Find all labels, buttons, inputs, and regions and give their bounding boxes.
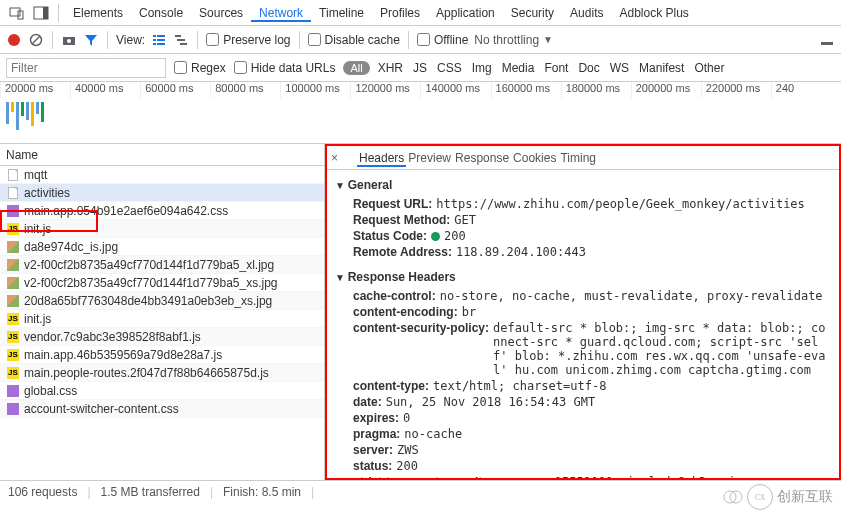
network-toolbar: View: Preserve log Disable cache Offline… (0, 26, 841, 54)
details-tab-cookies[interactable]: Cookies (511, 151, 558, 165)
filter-input[interactable] (6, 58, 166, 78)
top-tab-sources[interactable]: Sources (191, 6, 251, 20)
request-row[interactable]: JSmain.app.46b5359569a79d8e28a7.js (0, 346, 324, 364)
header-value: GET (454, 213, 476, 227)
filter-all[interactable]: All (343, 61, 369, 75)
top-tab-profiles[interactable]: Profiles (372, 6, 428, 20)
request-row[interactable]: da8e974dc_is.jpg (0, 238, 324, 256)
file-img-icon (6, 240, 20, 254)
requests-column: Name mqttactivitiesmain.app.054b91e2aef6… (0, 144, 325, 480)
request-row[interactable]: JSinit.js (0, 310, 324, 328)
filter-type-media[interactable]: Media (502, 61, 535, 75)
file-js-icon: JS (6, 222, 20, 236)
dock-side-icon[interactable] (30, 2, 52, 24)
request-name: global.css (24, 384, 77, 398)
filter-icon[interactable] (83, 32, 99, 48)
request-row[interactable]: JSvendor.7c9abc3e398528f8abf1.js (0, 328, 324, 346)
name-column-header[interactable]: Name (0, 144, 324, 166)
details-tab-preview[interactable]: Preview (406, 151, 453, 165)
request-row[interactable]: account-switcher-content.css (0, 400, 324, 418)
file-doc-icon (6, 186, 20, 200)
filter-type-font[interactable]: Font (544, 61, 568, 75)
filter-type-doc[interactable]: Doc (578, 61, 599, 75)
timeline-tick: 140000 ms (420, 82, 490, 98)
top-tab-audits[interactable]: Audits (562, 6, 611, 20)
status-finish: Finish: 8.5 min (223, 485, 301, 499)
top-tab-elements[interactable]: Elements (65, 6, 131, 20)
header-key: Request Method: (353, 213, 450, 227)
filter-type-ws[interactable]: WS (610, 61, 629, 75)
chevron-down-icon: ▼ (543, 34, 553, 45)
preserve-log-checkbox[interactable]: Preserve log (206, 33, 290, 47)
disable-cache-checkbox[interactable]: Disable cache (308, 33, 400, 47)
svg-rect-9 (157, 35, 165, 37)
view-list-icon[interactable] (151, 32, 167, 48)
svg-rect-3 (43, 7, 48, 19)
separator (58, 4, 59, 22)
request-row[interactable]: 20d8a65bf7763048de4bb3491a0eb3eb_xs.jpg (0, 292, 324, 310)
status-requests: 106 requests (8, 485, 77, 499)
request-row[interactable]: JSinit.js (0, 220, 324, 238)
top-tab-security[interactable]: Security (503, 6, 562, 20)
regex-checkbox[interactable]: Regex (174, 61, 226, 75)
request-name: 20d8a65bf7763048de4bb3491a0eb3eb_xs.jpg (24, 294, 272, 308)
header-row: date:Sun, 25 Nov 2018 16:54:43 GMT (335, 394, 831, 410)
filter-type-js[interactable]: JS (413, 61, 427, 75)
top-tab-console[interactable]: Console (131, 6, 191, 20)
header-key: cache-control: (353, 289, 436, 303)
request-name: mqtt (24, 168, 47, 182)
header-key: Remote Address: (353, 245, 452, 259)
header-value: 0 (403, 411, 410, 425)
details-tab-timing[interactable]: Timing (558, 151, 598, 165)
header-row: Request URL:https://www.zhihu.com/people… (335, 196, 831, 212)
request-row[interactable]: v2-f00cf2b8735a49cf770d144f1d779ba5_xs.j… (0, 274, 324, 292)
offline-checkbox[interactable]: Offline (417, 33, 468, 47)
record-button[interactable] (6, 32, 22, 48)
timeline-overview[interactable]: 20000 ms40000 ms60000 ms80000 ms100000 m… (0, 82, 841, 144)
hide-data-urls-checkbox[interactable]: Hide data URLs (234, 61, 336, 75)
timeline-tick: 60000 ms (140, 82, 210, 98)
filter-type-xhr[interactable]: XHR (378, 61, 403, 75)
top-tab-timeline[interactable]: Timeline (311, 6, 372, 20)
request-row[interactable]: global.css (0, 382, 324, 400)
details-tab-headers[interactable]: Headers (357, 151, 406, 167)
request-row[interactable]: main.app.054b91e2aef6e094a642.css (0, 202, 324, 220)
clear-button[interactable] (28, 32, 44, 48)
section-response-headers[interactable]: Response Headers (335, 266, 831, 288)
request-row[interactable]: activities (0, 184, 324, 202)
request-name: v2-f00cf2b8735a49cf770d144f1d779ba5_xs.j… (24, 276, 278, 290)
throttling-dropdown[interactable]: No throttling ▼ (474, 33, 553, 47)
request-row[interactable]: JSmain.people-routes.2f047d7f88b64665875… (0, 364, 324, 382)
filter-type-other[interactable]: Other (694, 61, 724, 75)
top-tab-application[interactable]: Application (428, 6, 503, 20)
screenshot-icon[interactable] (61, 32, 77, 48)
request-name: v2-f00cf2b8735a49cf770d144f1d779ba5_xl.j… (24, 258, 274, 272)
timeline-tick: 220000 ms (701, 82, 771, 98)
top-tab-network[interactable]: Network (251, 6, 311, 22)
header-key: strict-transport-security: (353, 475, 493, 478)
filter-type-img[interactable]: Img (472, 61, 492, 75)
filter-type-manifest[interactable]: Manifest (639, 61, 684, 75)
header-row: content-type:text/html; charset=utf-8 (335, 378, 831, 394)
request-row[interactable]: v2-f00cf2b8735a49cf770d144f1d779ba5_xl.j… (0, 256, 324, 274)
file-doc-icon (6, 168, 20, 182)
header-value: no-cache (404, 427, 462, 441)
header-row: content-encoding:br (335, 304, 831, 320)
details-tab-response[interactable]: Response (453, 151, 511, 165)
file-css-icon (6, 204, 20, 218)
header-key: expires: (353, 411, 399, 425)
header-value: br (462, 305, 476, 319)
request-row[interactable]: mqtt (0, 166, 324, 184)
svg-rect-14 (175, 35, 181, 37)
section-general[interactable]: General (335, 174, 831, 196)
header-row: Status Code:200 (335, 228, 831, 244)
filter-type-css[interactable]: CSS (437, 61, 462, 75)
device-toolbar-icon[interactable] (6, 2, 28, 24)
close-icon[interactable]: × (331, 151, 345, 165)
header-row: strict-transport-security:max-age=155520… (335, 474, 831, 478)
drawer-toggle-icon[interactable] (819, 32, 835, 48)
view-label: View: (116, 33, 145, 47)
view-waterfall-icon[interactable] (173, 32, 189, 48)
top-tab-adblock-plus[interactable]: Adblock Plus (611, 6, 696, 20)
header-value: default-src * blob:; img-src * data: blo… (493, 321, 831, 377)
